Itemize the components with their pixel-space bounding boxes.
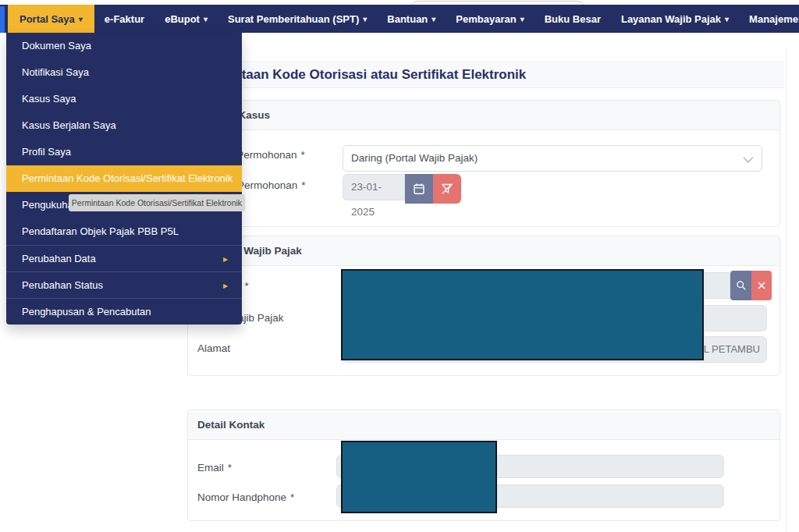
nav-item-manajemen-akses[interactable]: Manajemen Akses ▾ — [739, 5, 799, 33]
nav-item-e-faktur[interactable]: e-Faktur — [94, 5, 154, 33]
submenu-arrow-icon: ▸ — [223, 272, 228, 298]
nomor-handphone-label: Nomor Handphone * — [197, 491, 294, 503]
nav-item-layanan-wajib-pajak[interactable]: Layanan Wajib Pajak ▾ — [611, 5, 739, 33]
email-label: Email * — [197, 462, 232, 473]
search-icon — [736, 280, 747, 291]
search-button[interactable] — [730, 271, 751, 300]
card-case-details-header: Rincian Kasus — [188, 101, 779, 130]
page-title: Permintaan Kode Otorisasi atau Sertifika… — [187, 61, 784, 88]
saluran-permohonan-select[interactable]: Daring (Portal Wajib Pajak) — [343, 145, 762, 172]
alamat-label: Alamat — [197, 342, 230, 354]
dropdown-item-perubahan-data[interactable]: Perubahan Data ▸ — [6, 245, 242, 271]
caret-down-icon: ▾ — [79, 15, 83, 23]
submenu-arrow-icon: ▸ — [223, 246, 228, 271]
required-mark: * — [301, 179, 305, 191]
calendar-icon — [413, 183, 425, 195]
nav-item-ebupot[interactable]: eBupot ▾ — [154, 5, 218, 33]
alamat-visible-text: L PETAMBU — [704, 337, 760, 362]
nav-item-pembayaran[interactable]: Pembayaran ▾ — [446, 5, 534, 33]
dropdown-item-kasus-saya[interactable]: Kasus Saya — [6, 86, 242, 112]
caret-down-icon: ▾ — [363, 15, 367, 23]
redaction-box-contact — [341, 441, 497, 513]
nav-item-bantuan[interactable]: Bantuan ▾ — [377, 5, 446, 33]
dropdown-item-permintaan-kode-otorisasi[interactable]: Permintaan Kode Otorisasi/Sertifikat Ele… — [6, 165, 242, 192]
caret-down-icon: ▾ — [520, 15, 524, 23]
required-mark: * — [301, 149, 305, 161]
required-mark: * — [290, 491, 294, 503]
caret-down-icon: ▾ — [204, 15, 208, 23]
app-screen: Permintaan Kode Otorisasi atau Sertifika… — [0, 0, 799, 532]
dropdown-item-penghapusan-pencabutan[interactable]: Penghapusan & Pencabutan — [6, 298, 242, 325]
dropdown-item-perubahan-status[interactable]: Perubahan Status ▸ — [6, 271, 242, 298]
dropdown-item-pendaftaran-objek-pajak[interactable]: Pendaftaran Objek Pajak PBB P5L — [6, 218, 242, 245]
clear-filter-button[interactable] — [433, 174, 461, 204]
required-mark: * — [228, 462, 232, 473]
main-navbar: Portal Saya ▾ e-Faktur eBupot ▾ Surat Pe… — [0, 5, 799, 33]
caret-down-icon: ▾ — [431, 15, 435, 23]
chevron-down-icon — [744, 153, 754, 163]
nav-item-spt[interactable]: Surat Pemberitahuan (SPT) ▾ — [218, 5, 377, 33]
page-header: Permintaan Kode Otorisasi atau Sertifika… — [187, 61, 784, 88]
nav-accent-stripe — [0, 6, 5, 33]
nav-item-portal-saya[interactable]: Portal Saya ▾ — [8, 5, 94, 33]
x-icon — [757, 281, 766, 290]
dropdown-item-dokumen-saya[interactable]: Dokumen Saya — [6, 33, 242, 59]
dropdown-item-profil-saya[interactable]: Profil Saya — [6, 139, 242, 165]
redaction-box-taxpayer — [341, 269, 704, 360]
card-case-details: Rincian Kasus Saluran Permohonan * Darin… — [187, 100, 780, 227]
calendar-button[interactable] — [405, 174, 433, 204]
dropdown-item-notifikasi-saya[interactable]: Notifikasi Saya — [6, 59, 242, 86]
card-taxpayer-identity-header: Identitas Wajib Pajak — [188, 236, 779, 266]
filter-slash-icon — [441, 183, 453, 195]
card-contact-detail-header: Detail Kontak — [188, 410, 779, 440]
caret-down-icon: ▾ — [725, 15, 729, 23]
nav-item-buku-besar[interactable]: Buku Besar — [534, 5, 611, 33]
dropdown-item-kasus-berjalan-saya[interactable]: Kasus Berjalan Saya — [6, 112, 242, 139]
content-right-border — [786, 47, 787, 532]
clear-npwp-button[interactable] — [751, 271, 772, 300]
tanggal-permohonan-input[interactable]: 23-01-2025 — [343, 174, 405, 200]
required-mark: * — [245, 280, 249, 292]
portal-saya-dropdown: Dokumen Saya Notifikasi Saya Kasus Saya … — [6, 33, 242, 325]
menu-tooltip: Permintaan Kode Otorisasi/Sertifikat Ele… — [69, 194, 245, 211]
